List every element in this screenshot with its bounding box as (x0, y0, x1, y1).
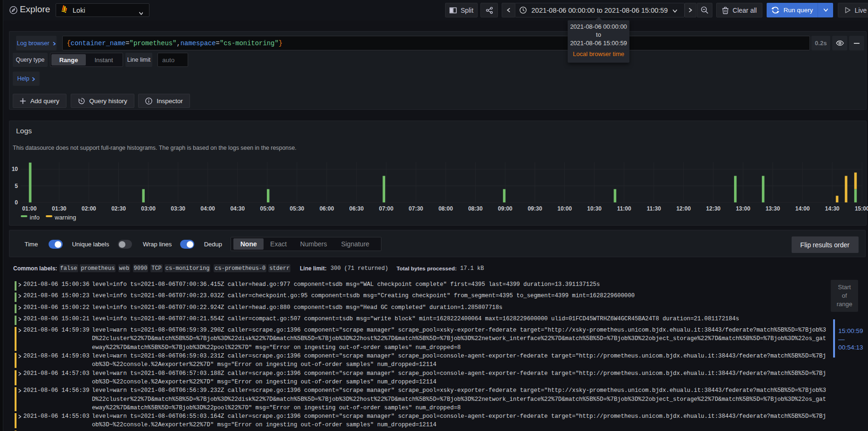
svg-text:12:30: 12:30 (706, 205, 721, 212)
svg-text:06:00: 06:00 (320, 205, 334, 212)
svg-text:02:00: 02:00 (82, 205, 96, 212)
svg-text:10:30: 10:30 (587, 205, 602, 212)
svg-text:09:00: 09:00 (498, 205, 513, 212)
svg-text:04:00: 04:00 (200, 205, 215, 212)
svg-text:12:00: 12:00 (676, 205, 691, 212)
svg-text:10:00: 10:00 (557, 205, 572, 212)
svg-text:08:00: 08:00 (438, 205, 453, 212)
svg-text:15:00: 15:00 (855, 205, 868, 212)
svg-text:03:30: 03:30 (171, 205, 185, 212)
svg-text:05:00: 05:00 (260, 205, 275, 212)
svg-text:11:30: 11:30 (647, 205, 661, 212)
svg-text:11:00: 11:00 (617, 205, 631, 212)
svg-text:10: 10 (12, 166, 18, 172)
svg-text:06:30: 06:30 (349, 205, 364, 212)
svg-text:07:00: 07:00 (379, 205, 394, 212)
svg-text:05:30: 05:30 (290, 205, 305, 212)
svg-text:14:30: 14:30 (825, 205, 840, 212)
svg-text:04:30: 04:30 (230, 205, 245, 212)
svg-text:07:30: 07:30 (409, 205, 423, 212)
svg-text:02:30: 02:30 (111, 205, 126, 212)
svg-text:01:00: 01:00 (22, 205, 37, 212)
svg-text:09:30: 09:30 (528, 205, 542, 212)
svg-text:13:30: 13:30 (766, 205, 780, 212)
svg-text:0: 0 (15, 199, 18, 206)
svg-text:01:30: 01:30 (52, 205, 66, 212)
svg-text:08:30: 08:30 (468, 205, 483, 212)
svg-text:03:00: 03:00 (141, 205, 156, 212)
svg-text:13:00: 13:00 (736, 205, 751, 212)
svg-text:5: 5 (15, 183, 18, 189)
svg-text:14:00: 14:00 (795, 205, 810, 212)
